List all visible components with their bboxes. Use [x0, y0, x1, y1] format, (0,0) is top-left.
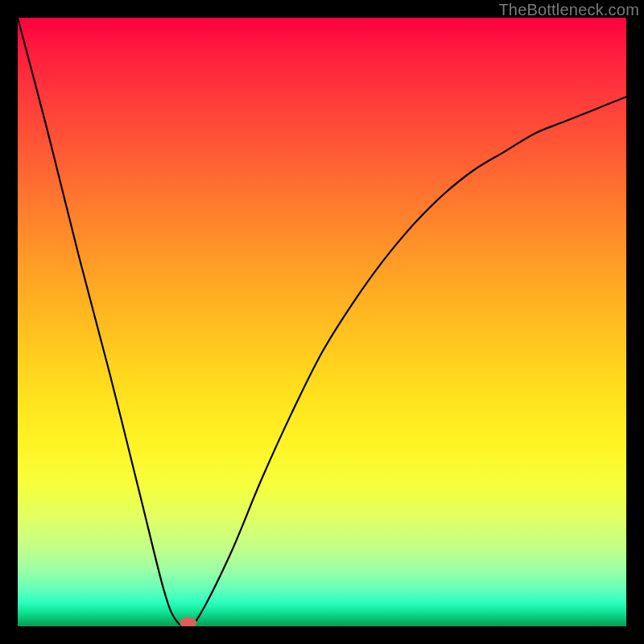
plot-area [18, 18, 626, 626]
bottleneck-curve [18, 18, 626, 626]
watermark-text: TheBottleneck.com [498, 1, 639, 19]
bottleneck-curve-svg [18, 18, 626, 626]
minimum-marker [180, 617, 196, 626]
chart-frame: TheBottleneck.com [0, 0, 644, 644]
